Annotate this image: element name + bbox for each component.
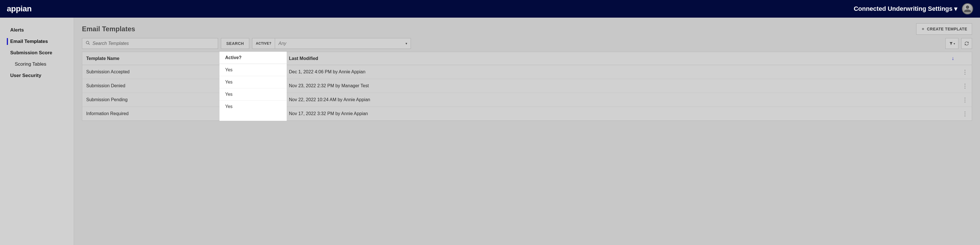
cell-active: Yes xyxy=(221,80,285,92)
settings-dropdown[interactable]: Connected Underwriting Settings ▾ xyxy=(854,5,957,13)
row-actions-button[interactable]: ⋮ xyxy=(958,65,972,79)
row-actions-button[interactable]: ⋮ xyxy=(958,107,972,120)
sort-descending-icon: ↓ xyxy=(951,55,954,61)
table-row[interactable]: Submission Accepted Yes Dec 1, 2022 4:06… xyxy=(82,65,972,79)
col-last-modified[interactable]: Last Modified ↓ xyxy=(285,52,958,65)
sidebar-item-scoring-tables[interactable]: Scoring Tables xyxy=(0,59,74,70)
cell-last-modified: Nov 22, 2022 10:24 AM by Annie Appian xyxy=(285,94,958,106)
caret-down-icon: ▾ xyxy=(954,5,957,13)
search-button[interactable]: SEARCH xyxy=(221,38,249,49)
table-row[interactable]: Submission Denied Yes Nov 23, 2022 2:32 … xyxy=(82,79,972,93)
filter-value: Any xyxy=(278,41,286,46)
sidebar-item-user-security[interactable]: User Security xyxy=(0,70,74,81)
col-actions xyxy=(958,55,972,62)
cell-active: Yes xyxy=(221,66,285,78)
cell-active: Yes xyxy=(221,108,285,120)
chevron-down-icon: ▾ xyxy=(406,42,407,45)
templates-table: Template Name Active? Last Modified ↓ Su… xyxy=(82,52,972,121)
page-title: Email Templates xyxy=(82,25,135,33)
funnel-icon xyxy=(949,42,953,45)
sidebar-item-submission-score[interactable]: Submission Score xyxy=(0,47,74,59)
kebab-icon: ⋮ xyxy=(962,83,968,89)
svg-line-1 xyxy=(89,43,90,45)
cell-active: Yes xyxy=(221,94,285,106)
content-area: Email Templates ＋ CREATE TEMPLATE SEARCH… xyxy=(74,18,980,245)
svg-point-0 xyxy=(86,41,89,44)
cell-template-name: Submission Accepted xyxy=(82,66,221,78)
caret-down-icon: ▾ xyxy=(954,42,955,45)
filter-button[interactable]: ▾ xyxy=(945,38,958,49)
row-actions-button[interactable]: ⋮ xyxy=(958,79,972,93)
col-last-modified-label: Last Modified xyxy=(289,56,318,61)
top-bar: appian Connected Underwriting Settings ▾ xyxy=(0,0,980,18)
table-row[interactable]: Information Required Yes Nov 17, 2022 3:… xyxy=(82,107,972,120)
app-logo[interactable]: appian xyxy=(7,4,32,13)
active-filter-dropdown[interactable]: ACTIVE? Any ▾ xyxy=(252,38,411,49)
sidebar-item-email-templates[interactable]: Email Templates xyxy=(0,36,74,47)
kebab-icon: ⋮ xyxy=(962,69,968,75)
create-template-button[interactable]: ＋ CREATE TEMPLATE xyxy=(916,23,972,35)
kebab-icon: ⋮ xyxy=(962,97,968,103)
create-template-label: CREATE TEMPLATE xyxy=(927,27,967,31)
search-input[interactable] xyxy=(92,41,215,46)
table-header: Template Name Active? Last Modified ↓ xyxy=(82,52,972,65)
cell-template-name: Submission Pending xyxy=(82,94,221,106)
cell-last-modified: Nov 17, 2022 3:32 PM by Annie Appian xyxy=(285,108,958,120)
table-row[interactable]: Submission Pending Yes Nov 22, 2022 10:2… xyxy=(82,93,972,107)
person-icon xyxy=(964,5,972,13)
row-actions-button[interactable]: ⋮ xyxy=(958,93,972,107)
search-icon xyxy=(86,41,90,46)
cell-template-name: Information Required xyxy=(82,108,221,120)
sidebar-item-alerts[interactable]: Alerts xyxy=(0,24,74,36)
col-active[interactable]: Active? xyxy=(221,53,285,64)
cell-template-name: Submission Denied xyxy=(82,80,221,92)
kebab-icon: ⋮ xyxy=(962,110,968,117)
cell-last-modified: Nov 23, 2022 2:32 PM by Manager Test xyxy=(285,80,958,92)
settings-label: Connected Underwriting Settings xyxy=(854,5,953,13)
plus-icon: ＋ xyxy=(921,26,925,32)
user-avatar[interactable] xyxy=(962,3,973,14)
sidebar: Alerts Email Templates Submission Score … xyxy=(0,18,74,245)
filter-label: ACTIVE? xyxy=(256,42,271,45)
refresh-button[interactable] xyxy=(961,38,972,49)
col-template-name[interactable]: Template Name xyxy=(82,53,221,64)
refresh-icon xyxy=(964,41,969,46)
search-box[interactable] xyxy=(82,38,218,49)
cell-last-modified: Dec 1, 2022 4:06 PM by Annie Appian xyxy=(285,66,958,78)
